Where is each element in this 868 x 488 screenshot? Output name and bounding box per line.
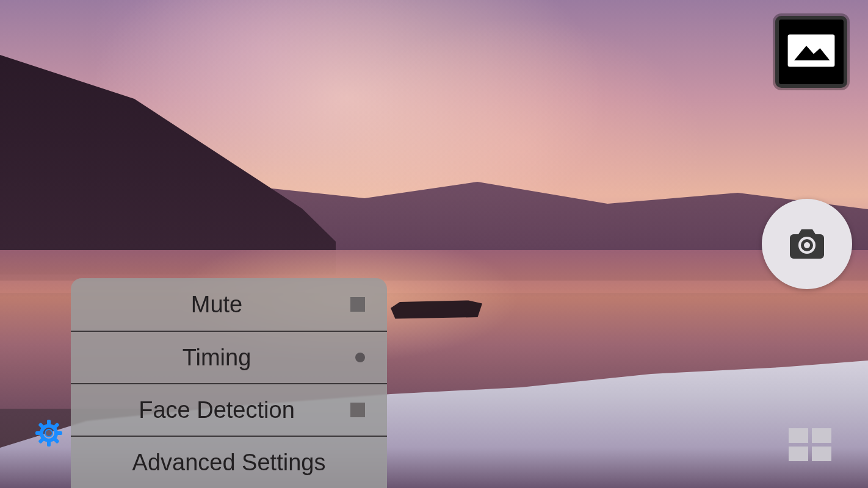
settings-menu: Mute Timing Face Detection Advanced Sett… xyxy=(71,278,387,488)
menu-label: Face Detection xyxy=(139,397,319,423)
camera-viewfinder: Mute Timing Face Detection Advanced Sett… xyxy=(0,0,868,488)
shutter-button[interactable] xyxy=(762,199,852,289)
checkbox-icon xyxy=(350,403,365,417)
menu-label: Advanced Settings xyxy=(132,450,326,476)
svg-point-3 xyxy=(804,242,810,248)
mode-grid-button[interactable] xyxy=(789,428,831,461)
menu-item-mute[interactable]: Mute xyxy=(71,278,387,331)
settings-button[interactable] xyxy=(34,418,63,448)
svg-rect-0 xyxy=(788,35,835,67)
gear-icon xyxy=(34,439,63,450)
grid-icon xyxy=(812,447,831,461)
checkbox-icon xyxy=(350,297,365,312)
menu-item-face-detection[interactable]: Face Detection xyxy=(71,383,387,436)
menu-item-advanced-settings[interactable]: Advanced Settings xyxy=(71,436,387,488)
menu-label: Mute xyxy=(191,292,267,318)
menu-item-timing[interactable]: Timing xyxy=(71,331,387,383)
grid-icon xyxy=(789,428,808,443)
grid-icon xyxy=(812,428,831,443)
gallery-button[interactable] xyxy=(775,16,847,88)
camera-icon xyxy=(787,226,826,262)
gallery-icon xyxy=(787,32,836,71)
radio-icon xyxy=(355,353,365,362)
svg-point-14 xyxy=(46,430,52,436)
menu-label: Timing xyxy=(183,345,276,371)
grid-icon xyxy=(789,447,808,461)
